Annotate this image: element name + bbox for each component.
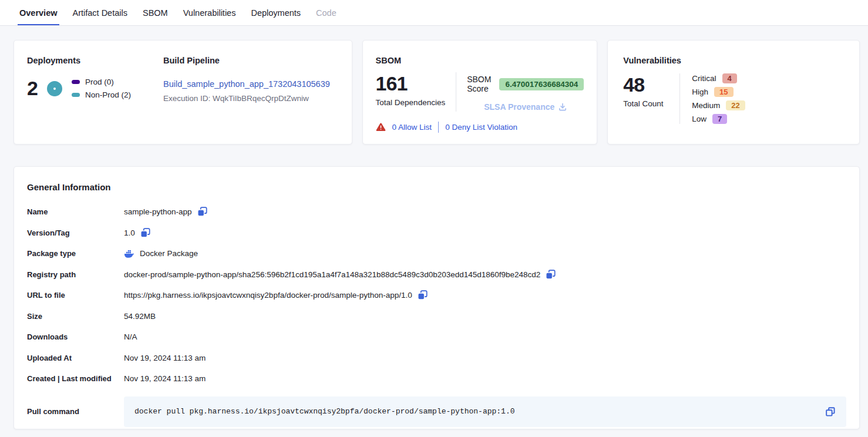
tab-artifact-details[interactable]: Artifact Details [71,1,129,25]
severity-list: Critical 4 High 15 Medium 22 Low 7 [680,73,745,124]
tab-sbom[interactable]: SBOM [141,1,170,25]
created-modified-value: Nov 19, 2024 11:13 am [124,374,206,383]
name-label: Name [27,207,124,216]
vulnerabilities-title: Vulnerabilities [623,56,844,65]
deployments-card: Deployments 2 Prod (0) Non-Prod (2) Buil… [14,40,352,144]
uploaded-at-value: Nov 19, 2024 11:13 am [124,354,206,362]
row-downloads: Downloads N/A [27,327,846,348]
execution-id-text: Execution ID: WqkTiIbBRqecQrpDtZwniw [163,94,339,103]
version-tag-value: 1.0 [124,228,135,237]
copy-icon[interactable] [197,207,207,217]
row-uploaded-at: Uploaded At Nov 19, 2024 11:13 am [27,348,846,369]
deployments-column: Deployments 2 Prod (0) Non-Prod (2) [27,56,163,129]
copy-icon[interactable] [546,270,556,280]
sbom-footer-divider [438,122,439,133]
tab-vulnerabilities[interactable]: Vulnerabilities [181,1,238,25]
url-to-file-label: URL to file [27,291,124,300]
build-pipeline-column: Build Pipeline Build_sample_python_app_1… [163,56,339,129]
general-information-card: General Information Name sample-python-a… [14,166,860,429]
sbom-score-badge: 6.470017636684304 [499,78,584,90]
downloads-label: Downloads [27,332,124,341]
tab-deployments[interactable]: Deployments [249,1,302,25]
package-type-value: Docker Package [140,249,198,258]
registry-path-value: docker-prod/sample-python-app/sha256:596… [124,270,540,279]
sbom-total-label: Total Dependencies [376,98,446,107]
url-to-file-value: https://pkg.harness.io/ikpsjoavtcwxnqisy… [124,291,412,300]
row-version-tag: Version/Tag 1.0 [27,223,846,244]
uploaded-at-label: Uploaded At [27,354,124,362]
sbom-total-block: 161 Total Dependencies [376,72,456,112]
deployments-total-count: 2 [27,77,38,100]
high-count-badge: 15 [714,87,733,97]
slsa-provenance-label: SLSA Provenance [484,102,554,112]
medium-count-badge: 22 [726,100,745,110]
tab-code: Code [314,1,338,25]
prod-swatch [72,80,80,84]
row-name: Name sample-python-app [27,201,846,223]
low-count-badge: 7 [712,114,727,124]
name-value: sample-python-app [124,207,192,216]
legend-item-nonprod: Non-Prod (2) [72,90,131,99]
row-package-type: Package type Docker Package [27,243,846,264]
downloads-value: N/A [124,332,137,341]
build-pipeline-link[interactable]: Build_sample_python_app_1732043105639 [163,79,330,89]
row-registry-path: Registry path docker-prod/sample-python-… [27,264,846,285]
warning-triangle-icon [376,123,386,132]
medium-label: Medium [692,101,720,110]
deny-list-link[interactable]: 0 Deny List Violation [445,123,517,132]
severity-row-high: High 15 [692,87,745,97]
vulnerabilities-total-block: 48 Total Count [623,73,679,124]
sbom-card: SBOM 161 Total Dependencies SBOM Score 6… [362,40,598,144]
sbom-score-label: SBOM Score [467,75,493,93]
summary-cards-row: Deployments 2 Prod (0) Non-Prod (2) Buil… [14,40,860,144]
allow-list-link[interactable]: 0 Allow List [392,123,432,132]
deployments-title: Deployments [27,56,163,65]
high-label: High [692,88,708,96]
slsa-provenance-link[interactable]: SLSA Provenance [484,102,567,112]
legend-item-prod: Prod (0) [72,78,131,86]
vulnerabilities-total-label: Total Count [623,99,679,108]
build-pipeline-title: Build Pipeline [163,56,339,65]
severity-row-low: Low 7 [692,114,745,124]
critical-label: Critical [692,74,716,83]
nonprod-swatch [72,93,80,97]
severity-row-critical: Critical 4 [692,73,745,83]
legend-nonprod-label: Non-Prod (2) [85,90,131,99]
size-value: 54.92MB [124,312,156,321]
copy-outline-icon[interactable] [825,406,836,417]
copy-icon[interactable] [140,228,150,238]
deployments-donut-chart [47,81,62,96]
tab-overview[interactable]: Overview [18,1,59,25]
legend-prod-label: Prod (0) [85,78,114,86]
critical-count-badge: 4 [722,73,737,83]
severity-row-medium: Medium 22 [692,100,745,110]
vulnerabilities-total-count: 48 [623,73,679,96]
created-modified-label: Created | Last modified [27,374,124,383]
docker-whale-icon [124,250,134,258]
row-url-to-file: URL to file https://pkg.harness.io/ikpsj… [27,285,846,306]
download-icon [559,103,567,111]
package-type-label: Package type [27,249,124,258]
deployments-legend: Prod (0) Non-Prod (2) [72,78,131,99]
general-information-title: General Information [27,182,846,192]
copy-icon[interactable] [418,290,428,300]
size-label: Size [27,312,124,321]
sbom-title: SBOM [376,56,584,65]
pull-command-label: Pull command [27,407,124,416]
row-created-modified: Created | Last modified Nov 19, 2024 11:… [27,368,846,389]
row-size: Size 54.92MB [27,306,846,327]
pull-command-box: docker pull pkg.harness.io/ikpsjoavtcwxn… [124,396,846,427]
pull-command-value: docker pull pkg.harness.io/ikpsjoavtcwxn… [134,407,515,416]
low-label: Low [692,115,706,123]
version-tag-label: Version/Tag [27,228,124,237]
registry-path-label: Registry path [27,270,124,279]
vulnerabilities-card: Vulnerabilities 48 Total Count Critical … [607,40,860,144]
sbom-total-count: 161 [376,72,446,95]
row-pull-command: Pull command docker pull pkg.harness.io/… [27,396,846,427]
tab-bar: Overview Artifact Details SBOM Vulnerabi… [0,0,868,26]
